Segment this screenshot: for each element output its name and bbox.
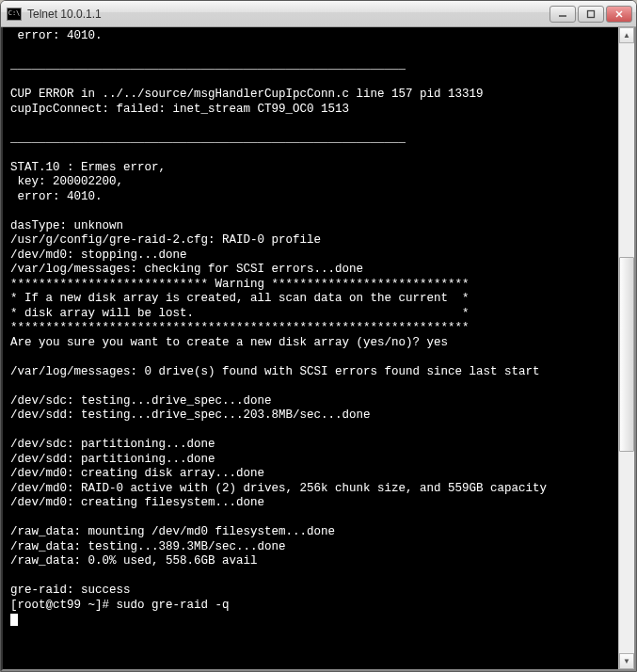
scroll-track[interactable]: [619, 43, 634, 653]
titlebar[interactable]: Telnet 10.0.1.1: [1, 1, 636, 27]
typed-command: sudo gre-raid -q: [117, 599, 230, 612]
chevron-down-icon: ▼: [623, 658, 630, 665]
terminal-output[interactable]: error: 4010. ___________________________…: [3, 27, 618, 669]
maximize-icon: [586, 9, 596, 19]
close-icon: [614, 9, 624, 19]
svg-rect-1: [588, 10, 595, 17]
minimize-button[interactable]: [549, 6, 576, 23]
close-button[interactable]: [606, 6, 632, 23]
scroll-thumb[interactable]: [619, 257, 634, 452]
scroll-up-button[interactable]: ▲: [619, 27, 634, 43]
scrollbar: ▲ ▼: [618, 27, 634, 669]
maximize-button[interactable]: [578, 6, 604, 23]
telnet-window: Telnet 10.0.1.1 error: 4010. ___________…: [0, 0, 637, 672]
minimize-icon: [558, 9, 567, 19]
chevron-up-icon: ▲: [623, 32, 630, 40]
window-controls: [549, 6, 632, 23]
terminal-area: error: 4010. ___________________________…: [1, 27, 636, 671]
scroll-down-button[interactable]: ▼: [619, 653, 634, 669]
shell-prompt: [root@ct99 ~]#: [10, 599, 117, 612]
terminal-lines: error: 4010. ___________________________…: [10, 29, 547, 597]
cursor: [10, 614, 18, 626]
window-title: Telnet 10.0.1.1: [27, 8, 549, 21]
prompt-line: [root@ct99 ~]# sudo gre-raid -q: [10, 599, 230, 612]
app-icon: [7, 8, 22, 21]
